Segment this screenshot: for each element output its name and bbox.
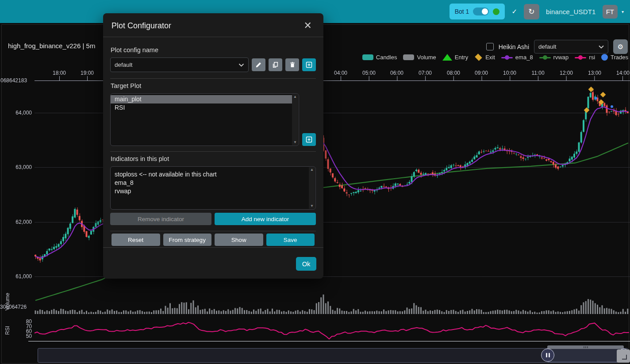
price-tick: 63,000 bbox=[1, 164, 32, 170]
scroll-down-icon[interactable]: ▼ bbox=[293, 141, 297, 144]
resize-corner-icon bbox=[622, 355, 627, 360]
listbox-scrollbar[interactable]: ▲▼ bbox=[309, 167, 315, 209]
time-tick: 11:00 bbox=[531, 70, 544, 76]
trades-dot-icon bbox=[601, 54, 608, 61]
chevron-down-icon bbox=[238, 63, 244, 67]
chart-title: high_frog_binance_v226 | 5m bbox=[8, 42, 95, 50]
rsi-line-icon bbox=[575, 54, 586, 61]
duplicate-config-button[interactable] bbox=[269, 58, 282, 71]
close-icon[interactable]: ✕ bbox=[301, 21, 315, 31]
plot-config-name-select[interactable]: default bbox=[110, 57, 249, 72]
volume-axis-value: 305064726 bbox=[0, 304, 27, 310]
add-target-plot-button[interactable] bbox=[302, 133, 316, 146]
indicator-option-ema8[interactable]: ema_8 bbox=[111, 179, 309, 187]
target-plot-option-rsi[interactable]: RSI bbox=[111, 103, 292, 112]
reset-button[interactable]: Reset bbox=[111, 234, 160, 246]
target-plot-listbox: main_plot RSI ▲▼ bbox=[110, 93, 299, 146]
time-tick: 06:00 bbox=[390, 70, 403, 76]
ok-button[interactable]: Ok bbox=[296, 257, 316, 271]
resize-handle[interactable] bbox=[617, 349, 630, 363]
price-tick: 64,000 bbox=[1, 110, 32, 116]
legend-item-ema8[interactable]: ema_8 bbox=[501, 54, 533, 61]
delete-config-button[interactable] bbox=[285, 58, 299, 71]
gear-icon: ⚙ bbox=[618, 43, 623, 51]
add-new-indicator-button[interactable]: Add new indicator bbox=[215, 213, 316, 225]
time-tick: 12:00 bbox=[560, 70, 573, 76]
chevron-down-icon[interactable]: ▾ bbox=[622, 9, 624, 14]
plot-config-select[interactable]: default bbox=[534, 40, 608, 54]
indicator-option-rvwap[interactable]: rvwap bbox=[111, 187, 309, 195]
indicators-label: Indicators in this plot bbox=[111, 155, 316, 162]
horizontal-scrollbar[interactable] bbox=[547, 345, 624, 349]
heikin-ashi-checkbox[interactable] bbox=[486, 43, 494, 50]
entry-triangle-icon bbox=[442, 54, 452, 61]
time-tick: 09:00 bbox=[475, 70, 488, 76]
axis-max-value: 068642183 bbox=[0, 77, 27, 84]
refresh-icon: ↻ bbox=[528, 7, 534, 16]
time-tick: 19:00 bbox=[81, 70, 94, 76]
time-tick: 18:00 bbox=[53, 70, 66, 76]
legend-item-volume[interactable]: Volume bbox=[403, 54, 436, 61]
time-tick: 10:00 bbox=[503, 70, 516, 76]
time-tick: 05:00 bbox=[362, 70, 376, 76]
save-button[interactable]: Save bbox=[266, 234, 315, 246]
remove-indicator-button[interactable]: Remove indicator bbox=[110, 213, 211, 225]
plot-config-name-value: default bbox=[115, 61, 133, 68]
indicators-listbox: stoploss <-- not available in this chart… bbox=[110, 166, 316, 210]
show-button[interactable]: Show bbox=[215, 234, 263, 246]
copy-icon bbox=[272, 61, 279, 68]
chart-legend: Candles Volume Entry Exit ema_8 rvwap rs… bbox=[362, 54, 628, 61]
plot-configurator-modal: Plot Configurator ✕ Plot config name def… bbox=[103, 13, 323, 279]
time-tick: 14:00 bbox=[616, 70, 630, 76]
plus-square-icon bbox=[306, 136, 312, 143]
refresh-button[interactable]: ↻ bbox=[524, 4, 539, 19]
connection-check-icon: ✓ bbox=[511, 8, 517, 15]
plot-config-name-label: Plot config name bbox=[111, 46, 316, 54]
datazoom-left-handle[interactable] bbox=[541, 349, 554, 362]
heikin-ashi-label: Heikin Ashi bbox=[499, 43, 529, 50]
plus-square-icon bbox=[306, 61, 312, 68]
user-avatar[interactable]: FT bbox=[603, 5, 618, 19]
scroll-up-icon[interactable]: ▲ bbox=[293, 95, 297, 99]
legend-item-rvwap[interactable]: rvwap bbox=[539, 54, 569, 61]
from-strategy-button[interactable]: From strategy bbox=[163, 234, 212, 246]
online-status-dot bbox=[493, 8, 499, 15]
rvwap-line-icon bbox=[539, 54, 551, 61]
chart-controls: Heikin Ashi default ⚙ bbox=[486, 39, 628, 54]
datazoom-navigator[interactable] bbox=[38, 348, 628, 363]
ema8-line-icon bbox=[501, 54, 513, 61]
scroll-up-icon[interactable]: ▲ bbox=[310, 168, 314, 172]
bot-toggle[interactable] bbox=[473, 8, 489, 15]
bot-name-label: Bot 1 bbox=[455, 8, 469, 15]
time-tick: 08:00 bbox=[447, 70, 460, 76]
legend-item-trades[interactable]: Trades bbox=[601, 54, 628, 61]
rsi-tick: 50 bbox=[5, 333, 32, 339]
add-config-button[interactable] bbox=[302, 58, 316, 71]
plot-config-select-value: default bbox=[538, 43, 557, 50]
scroll-down-icon[interactable]: ▼ bbox=[310, 204, 314, 208]
toggle-knob bbox=[482, 8, 488, 15]
target-plot-label: Target Plot bbox=[111, 82, 316, 89]
chevron-down-icon bbox=[599, 45, 604, 49]
plot-settings-button[interactable]: ⚙ bbox=[613, 39, 628, 54]
target-plot-option-main-plot[interactable]: main_plot bbox=[111, 95, 292, 103]
legend-item-rsi[interactable]: rsi bbox=[575, 54, 595, 61]
legend-item-exit[interactable]: Exit bbox=[474, 54, 495, 61]
price-tick: 61,000 bbox=[1, 273, 32, 280]
bot-selector[interactable]: Bot 1 bbox=[449, 4, 505, 19]
datazoom-window[interactable] bbox=[548, 349, 624, 362]
modal-title: Plot Configurator bbox=[111, 21, 171, 31]
candles-swatch-icon bbox=[362, 54, 373, 60]
legend-item-entry[interactable]: Entry bbox=[442, 54, 468, 61]
listbox-scrollbar[interactable]: ▲▼ bbox=[292, 94, 298, 145]
trash-icon bbox=[289, 61, 296, 68]
time-tick: 04:00 bbox=[334, 70, 347, 76]
rename-config-button[interactable] bbox=[252, 58, 265, 71]
time-tick: 07:00 bbox=[419, 70, 432, 76]
exit-diamond-icon bbox=[475, 54, 482, 61]
legend-item-candles[interactable]: Candles bbox=[362, 54, 397, 61]
indicator-option-stoploss[interactable]: stoploss <-- not available in this chart bbox=[111, 170, 309, 179]
time-tick: 13:00 bbox=[588, 70, 601, 76]
pencil-icon bbox=[255, 61, 262, 68]
price-tick: 62,000 bbox=[1, 219, 32, 225]
